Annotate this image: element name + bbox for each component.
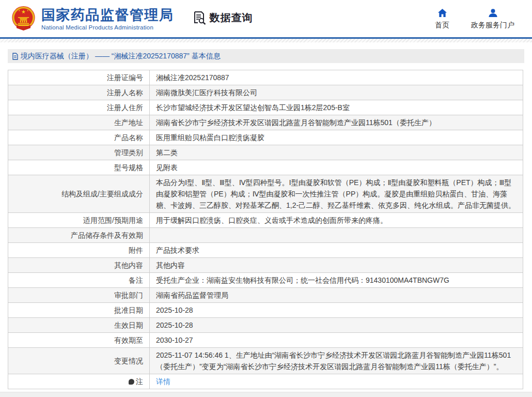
row-label: 产品储存条件及有效期 xyxy=(8,228,150,243)
row-value xyxy=(150,228,523,243)
detail-link[interactable]: 详情 xyxy=(156,377,170,386)
table-row: 注册人名称湖南微肽美汇医疗科技有限公司 xyxy=(8,85,523,100)
home-icon xyxy=(437,8,447,18)
header: 国家药品监督管理局 National Medical Products Admi… xyxy=(0,0,532,37)
row-label: 产品名称 xyxy=(8,130,150,145)
table-row: 结构及组成/主要组成成分本品分为Ⅰ型、Ⅱ型、Ⅲ型、Ⅳ型四种型号。Ⅰ型由凝胶和软管… xyxy=(8,175,523,213)
row-label: 适用范围/预期用途 xyxy=(8,213,150,228)
nav-item-portal[interactable]: 政务服务门户 xyxy=(471,8,514,29)
row-value: 2025-11-07 14:56:46 1、生产地址由“湖南省长沙市宁乡经济技术… xyxy=(150,348,523,374)
row-label: 管理类别 xyxy=(8,145,150,160)
row-value: 2025-10-28 xyxy=(150,303,523,318)
row-value: 长沙市望城经济技术开发区望达创智岛工业园1栋2层205-B室 xyxy=(150,100,523,115)
row-value: 受托生产企业：湖南益安生物科技有限公司；统一社会信用代码：91430100MA4… xyxy=(150,273,523,288)
page-footer-strip xyxy=(0,392,532,397)
table-row: 审批部门湖南省药品监督管理局 xyxy=(8,288,523,303)
row-label: 审批部门 xyxy=(8,288,150,303)
row-label: 结构及组成/主要组成成分 xyxy=(8,175,150,213)
row-value: 产品技术要求 xyxy=(150,243,523,258)
breadcrumb-text: 境内医疗器械（注册） —— “湘械注准20252170887” 基本信息 xyxy=(21,52,221,61)
info-table-body: 注册证编号湘械注准20252170887注册人名称湖南微肽美汇医疗科技有限公司注… xyxy=(8,70,523,389)
row-value: 医用重组贻贝粘蛋白口腔溃疡凝胶 xyxy=(150,130,523,145)
row-label: 有效期至 xyxy=(8,333,150,348)
row-label: 注册人住所 xyxy=(8,100,150,115)
table-row: 附件产品技术要求 xyxy=(8,243,523,258)
row-label: 其他内容 xyxy=(8,258,150,273)
table-row: 变更情况2025-11-07 14:56:46 1、生产地址由“湖南省长沙市宁乡… xyxy=(8,348,523,374)
header-nav: 首页 政务服务门户 xyxy=(435,8,514,29)
row-label: 生效日期 xyxy=(8,318,150,333)
row-value: 其他内容 xyxy=(150,258,523,273)
note-icon xyxy=(129,379,134,385)
main-content: 境内医疗器械（注册） —— “湘械注准20252170887” 基本信息 注册证… xyxy=(0,49,532,389)
table-row: 生效日期2025-10-28 xyxy=(8,318,523,333)
document-search-icon xyxy=(193,11,207,25)
table-row: 注详情 xyxy=(8,374,523,389)
row-label: 生产地址 xyxy=(8,115,150,130)
breadcrumb: 境内医疗器械（注册） —— “湘械注准20252170887” 基本信息 xyxy=(8,49,524,63)
row-label: 注册人名称 xyxy=(8,85,150,100)
row-value: 2025-10-28 xyxy=(150,318,523,333)
row-value: 用于缓解因口腔溃疡、口腔炎症、义齿或手术造成的创面所带来的疼痛。 xyxy=(150,213,523,228)
row-value: 湖南微肽美汇医疗科技有限公司 xyxy=(150,85,523,100)
row-value: 湖南省长沙市宁乡经济技术开发区谐园北路蓝月谷智能制造产业园11栋501（委托生产… xyxy=(150,115,523,130)
page-title: 数据查询 xyxy=(210,11,253,25)
table-row: 产品储存条件及有效期 xyxy=(8,228,523,243)
row-label: 附件 xyxy=(8,243,150,258)
table-row: 注册证编号湘械注准20252170887 xyxy=(8,70,523,85)
document-icon xyxy=(12,53,19,60)
site-title-block: 国家药品监督管理局 National Medical Products Admi… xyxy=(41,7,174,30)
row-label: 注 xyxy=(8,374,150,389)
table-row: 型号规格见附表 xyxy=(8,160,523,175)
row-value: 湘械注准20252170887 xyxy=(150,70,523,85)
row-label: 批准日期 xyxy=(8,303,150,318)
row-label: 备注 xyxy=(8,273,150,288)
table-row: 批准日期2025-10-28 xyxy=(8,303,523,318)
table-row: 管理类别第二类 xyxy=(8,145,523,160)
nav-label-home: 首页 xyxy=(435,21,449,29)
row-value: 第二类 xyxy=(150,145,523,160)
registration-info-table: 注册证编号湘械注准20252170887注册人名称湖南微肽美汇医疗科技有限公司注… xyxy=(8,70,523,389)
row-label: 变更情况 xyxy=(8,348,150,374)
table-row: 有效期至2030-10-27 xyxy=(8,333,523,348)
table-row: 产品名称医用重组贻贝粘蛋白口腔溃疡凝胶 xyxy=(8,130,523,145)
nav-item-home[interactable]: 首页 xyxy=(435,8,449,29)
stripe-band xyxy=(0,39,532,42)
row-value: 本品分为Ⅰ型、Ⅱ型、Ⅲ型、Ⅳ型四种型号。Ⅰ型由凝胶和软管（PE）构成；Ⅱ型由凝胶… xyxy=(150,175,523,213)
row-label: 型号规格 xyxy=(8,160,150,175)
row-value: 湖南省药品监督管理局 xyxy=(150,288,523,303)
row-label: 注册证编号 xyxy=(8,70,150,85)
user-icon xyxy=(488,8,498,18)
row-value: 详情 xyxy=(150,374,523,389)
national-emblem-icon xyxy=(11,5,36,32)
table-row: 其他内容其他内容 xyxy=(8,258,523,273)
table-row: 注册人住所长沙市望城经济技术开发区望达创智岛工业园1栋2层205-B室 xyxy=(8,100,523,115)
data-query-section: 数据查询 xyxy=(193,11,253,25)
row-value: 见附表 xyxy=(150,160,523,175)
table-row: 适用范围/预期用途用于缓解因口腔溃疡、口腔炎症、义齿或手术造成的创面所带来的疼痛… xyxy=(8,213,523,228)
site-subtitle: National Medical Products Administration xyxy=(41,24,174,30)
row-value: 2030-10-27 xyxy=(150,333,523,348)
site-title: 国家药品监督管理局 xyxy=(41,7,174,23)
nav-label-portal: 政务服务门户 xyxy=(471,21,514,29)
table-row: 生产地址湖南省长沙市宁乡经济技术开发区谐园北路蓝月谷智能制造产业园11栋501（… xyxy=(8,115,523,130)
table-row: 备注受托生产企业：湖南益安生物科技有限公司；统一社会信用代码：91430100M… xyxy=(8,273,523,288)
